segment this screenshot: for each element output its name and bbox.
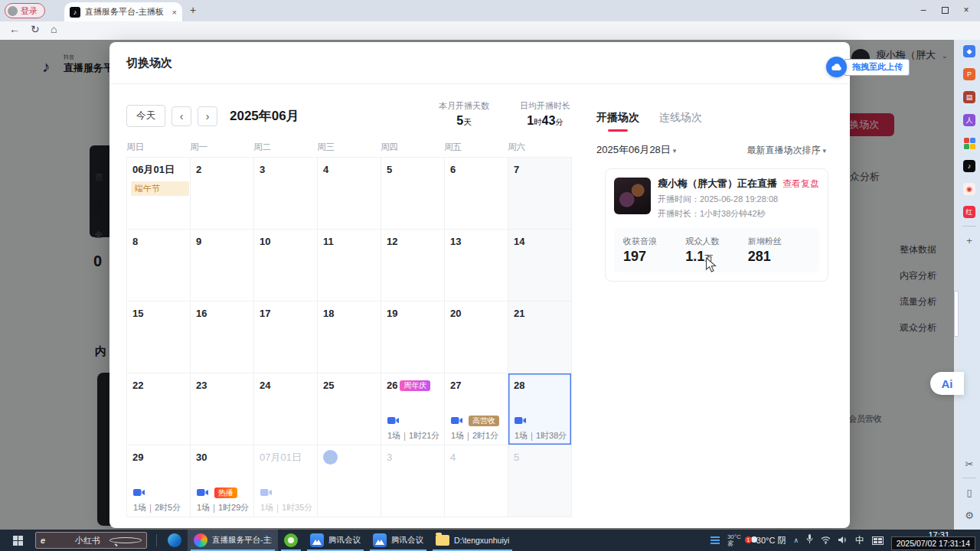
stat-label: 日均开播时长	[520, 100, 570, 112]
calendar-day-cell[interactable]: 27高营收1场｜2时1分	[445, 373, 508, 445]
office-icon[interactable]: P	[959, 63, 980, 86]
calendar-day-cell[interactable]: 291场｜2时5分	[127, 445, 191, 517]
touch-keyboard-icon[interactable]	[872, 536, 884, 545]
calendar-day-cell[interactable]: 5	[508, 445, 572, 517]
start-button[interactable]	[0, 530, 35, 551]
reload-icon[interactable]: ↻	[31, 23, 40, 35]
calendar-day-cell[interactable]: 13	[445, 230, 508, 302]
taskbar-app-meeting-1[interactable]: 腾讯会议	[304, 530, 367, 551]
calendar-day-cell[interactable]: 281场｜1时38分	[508, 373, 572, 445]
day-number: 26	[387, 380, 397, 391]
ai-assistant-button[interactable]: Ai	[930, 372, 964, 395]
weekday-label: 周二	[253, 142, 317, 153]
restore-button[interactable]	[934, 0, 956, 20]
panel-icon[interactable]: ▯	[959, 481, 980, 504]
calendar-day-cell[interactable]: 4	[318, 158, 381, 230]
network-icon[interactable]	[821, 533, 831, 547]
apps-grid-icon[interactable]	[959, 132, 980, 155]
add-icon[interactable]: +	[959, 229, 980, 252]
minimize-button[interactable]: –	[913, 0, 934, 20]
calendar-grid: 06月01日端午节2345678910111213141516171819202…	[126, 157, 573, 517]
microphone-icon[interactable]	[806, 533, 813, 547]
calendar-day-cell[interactable]: 6	[445, 158, 508, 230]
ime-indicator[interactable]: 中	[855, 534, 864, 547]
close-button[interactable]: ×	[956, 0, 977, 20]
calendar-day-cell[interactable]: 23	[191, 373, 254, 445]
calendar-day-cell[interactable]: 3	[254, 158, 318, 230]
calendar-day-cell[interactable]: 2	[191, 158, 254, 230]
stat-label: 新增粉丝	[748, 236, 810, 247]
home-icon[interactable]: ⌂	[51, 23, 57, 35]
new-tab-button[interactable]: +	[190, 4, 196, 16]
calendar-day-cell[interactable]: 06月01日端午节	[127, 158, 191, 230]
day-number: 07月01日	[260, 451, 302, 465]
back-icon[interactable]: ←	[9, 23, 20, 35]
xiaohongshu-icon[interactable]: 红	[959, 201, 980, 223]
prev-month-button[interactable]: ‹	[172, 106, 191, 126]
calendar-day-cell[interactable]: 18	[318, 302, 381, 373]
weather-text[interactable]: 30°C 阴	[756, 535, 786, 546]
weekday-label: 周三	[317, 142, 381, 153]
edge-search-icon: e	[41, 536, 71, 545]
calendar-day-cell[interactable]: 8	[127, 230, 191, 302]
volume-icon[interactable]	[838, 533, 848, 547]
calendar-day-cell[interactable]: 2	[318, 445, 381, 517]
session-indicator: 热播	[197, 486, 237, 500]
calendar-day-cell[interactable]: 22	[127, 373, 191, 445]
taskbar-app-meeting-2[interactable]: 腾讯会议	[367, 530, 430, 551]
upload-drop-pill[interactable]: 拖拽至此上传	[826, 57, 910, 77]
calendar-day-cell[interactable]: 16	[191, 302, 254, 373]
taskbar-app-folder[interactable]: D:\tengxunhuiyi	[430, 530, 515, 551]
ai-label: Ai	[942, 377, 953, 390]
date-filter-dropdown[interactable]: 2025年06月28日▾	[596, 143, 676, 157]
calendar-day-cell[interactable]: 24	[254, 373, 318, 445]
calendar-day-cell[interactable]: 26周年庆1场｜1时21分	[381, 373, 445, 445]
tag-icon[interactable]: ◆	[959, 40, 980, 63]
toolbox-icon[interactable]: ▤	[959, 86, 980, 109]
calendar-day-cell[interactable]: 12	[381, 230, 445, 302]
day-number: 19	[387, 308, 397, 319]
calendar-day-cell[interactable]: 9	[191, 230, 254, 302]
calendar-day-cell[interactable]: 19	[381, 302, 445, 373]
calendar-day-cell[interactable]: 3	[381, 445, 445, 517]
calendar-day-cell[interactable]: 25	[318, 373, 381, 445]
taskbar-app-live-platform[interactable]: 直播服务平台-主播...	[188, 530, 278, 551]
douyin-icon[interactable]: ♪	[959, 155, 980, 178]
sort-dropdown[interactable]: 最新直播场次排序▾	[746, 144, 826, 157]
review-link[interactable]: 查看复盘	[782, 178, 819, 191]
news-menu-icon[interactable]	[710, 536, 720, 544]
calendar-day-cell[interactable]: 21	[508, 302, 572, 373]
settings-gear-icon[interactable]: ⚙	[959, 504, 980, 527]
clip-icon[interactable]: ✂	[959, 452, 980, 475]
tab-close-icon[interactable]: ×	[172, 8, 177, 17]
calendar-day-cell[interactable]: 15	[127, 302, 191, 373]
calendar-day-cell[interactable]: 4	[445, 445, 508, 517]
today-marker: 2	[323, 450, 338, 465]
next-month-button[interactable]: ›	[198, 106, 217, 126]
today-button[interactable]: 今天	[126, 105, 165, 127]
calendar-day-cell[interactable]: 07月01日1场｜1时35分	[254, 445, 318, 517]
taskbar-app-edge[interactable]	[162, 530, 188, 551]
taskbar-search[interactable]: e 小红书	[35, 532, 147, 549]
tray-expand-icon[interactable]: ∧	[793, 536, 799, 544]
tab-live-sessions[interactable]: 开播场次	[596, 111, 639, 125]
browser-login-button[interactable]: 登录	[5, 3, 45, 18]
video-camera-icon	[133, 486, 145, 500]
calendar-day-cell[interactable]: 30热播1场｜1时29分	[191, 445, 254, 517]
calendar-day-cell[interactable]: 20	[445, 302, 508, 373]
calendar-day-cell[interactable]: 14	[508, 230, 572, 302]
taskbar-app-green[interactable]	[278, 530, 304, 551]
tab-title: 直播服务平台-主播板	[85, 6, 168, 18]
tab-link-sessions[interactable]: 连线场次	[659, 111, 702, 125]
day-number: 13	[450, 236, 461, 247]
calendar-day-cell[interactable]: 7	[508, 158, 572, 230]
weibo-icon[interactable]: ◉	[959, 178, 980, 201]
assistant-icon[interactable]: 人	[959, 109, 980, 132]
browser-tab[interactable]: ♪ 直播服务平台-主播板 ×	[64, 2, 182, 21]
green-app-icon	[284, 533, 298, 547]
calendar-day-cell[interactable]: 11	[318, 230, 381, 302]
calendar-day-cell[interactable]: 10	[254, 230, 318, 302]
calendar-day-cell[interactable]: 17	[254, 302, 318, 373]
calendar-day-cell[interactable]: 5	[381, 158, 445, 230]
browser-side-panel: ◆P▤人♪◉红+ ✂▯⚙	[959, 40, 980, 530]
